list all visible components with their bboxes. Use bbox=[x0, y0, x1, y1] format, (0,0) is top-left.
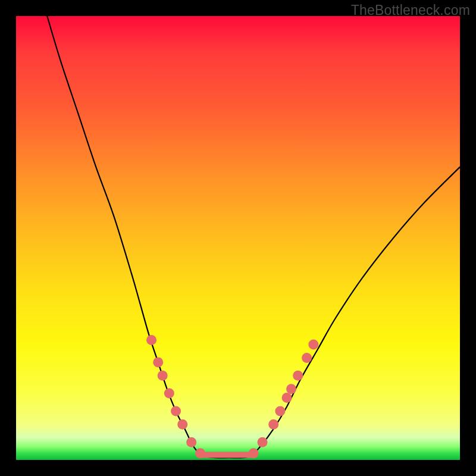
marker-right-6 bbox=[293, 371, 303, 381]
marker-layer bbox=[146, 335, 318, 458]
marker-right-3 bbox=[275, 406, 285, 416]
marker-left-2 bbox=[158, 371, 168, 381]
marker-right-7 bbox=[302, 353, 312, 363]
plot-area bbox=[16, 16, 460, 460]
watermark-text: TheBottleneck.com bbox=[351, 2, 470, 18]
bottleneck-curve bbox=[47, 16, 460, 458]
marker-left-6 bbox=[186, 437, 196, 447]
marker-right-2 bbox=[268, 419, 278, 430]
marker-right-8 bbox=[308, 340, 318, 350]
marker-left-5 bbox=[177, 419, 187, 430]
marker-left-4 bbox=[171, 406, 181, 416]
chart-svg bbox=[16, 16, 460, 460]
curve-layer bbox=[47, 16, 460, 458]
marker-right-0 bbox=[249, 448, 259, 458]
marker-right-1 bbox=[258, 437, 268, 447]
trough-band bbox=[201, 452, 254, 458]
marker-left-1 bbox=[153, 357, 163, 367]
outer-frame: TheBottleneck.com bbox=[0, 0, 476, 476]
marker-left-3 bbox=[164, 389, 174, 399]
marker-right-5 bbox=[286, 384, 296, 394]
marker-left-7 bbox=[195, 448, 205, 458]
marker-left-0 bbox=[146, 335, 156, 345]
marker-right-4 bbox=[282, 393, 292, 403]
